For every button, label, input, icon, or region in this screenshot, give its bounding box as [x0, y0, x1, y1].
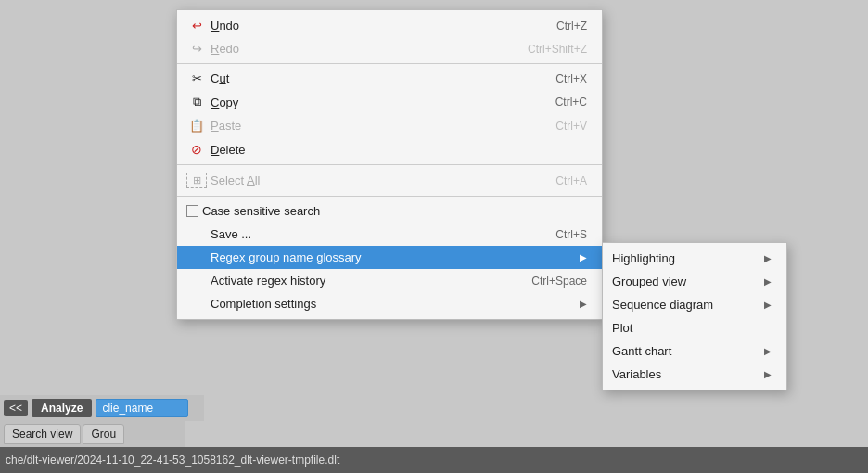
- menu-label-completion: Completion settings: [207, 297, 572, 311]
- tab-bar: Search view Grou: [0, 421, 185, 447]
- analyze-row: << Analyze: [0, 395, 204, 421]
- menu-shortcut-save: Ctrl+S: [555, 228, 587, 241]
- submenu-item-plot[interactable]: Plot: [603, 316, 786, 339]
- submenu-label-grouped-view: Grouped view: [612, 275, 764, 288]
- menu-shortcut-undo: Ctrl+Z: [556, 19, 587, 32]
- submenu-label-highlighting: Highlighting: [612, 251, 764, 265]
- menu-label-delete: Delete: [207, 143, 568, 157]
- submenu-item-gantt-chart[interactable]: Gantt chart ▶: [603, 339, 786, 363]
- submenu-item-sequence-diagram[interactable]: Sequence diagram ▶: [603, 293, 786, 316]
- menu-label-undo: Undo: [207, 19, 538, 32]
- submenu-label-sequence-diagram: Sequence diagram: [612, 298, 764, 312]
- menu-item-paste: 📋 Paste Ctrl+V: [177, 114, 602, 137]
- regex-group-arrow-icon: ▶: [580, 252, 587, 262]
- submenu-label-variables: Variables: [612, 367, 764, 381]
- menu-label-cut: Cut: [207, 71, 537, 85]
- menu-item-activate-history[interactable]: Activate regex history Ctrl+Space: [177, 269, 602, 292]
- menu-label-case-sensitive: Case sensitive search: [198, 204, 587, 218]
- menu-shortcut-activate-history: Ctrl+Space: [531, 275, 587, 288]
- menu-label-save: Save ...: [207, 227, 537, 241]
- submenu-arrow-gantt-chart: ▶: [764, 346, 772, 356]
- redo-icon: ↪: [186, 42, 207, 56]
- arrow-left-button[interactable]: <<: [4, 400, 28, 416]
- submenu-arrow-grouped-view: ▶: [764, 276, 772, 287]
- submenu-arrow-sequence-diagram: ▶: [764, 300, 772, 310]
- status-path: che/dlt-viewer/2024-11-10_22-41-53_10581…: [6, 454, 339, 467]
- submenu-item-variables[interactable]: Variables ▶: [603, 363, 786, 386]
- submenu-label-gantt-chart: Gantt chart: [612, 344, 764, 358]
- menu-item-completion[interactable]: Completion settings ▶: [177, 292, 602, 315]
- separator-2: [177, 164, 602, 165]
- undo-icon: ↩: [186, 19, 207, 32]
- status-bar: che/dlt-viewer/2024-11-10_22-41-53_10581…: [0, 447, 868, 473]
- menu-label-activate-history: Activate regex history: [207, 274, 513, 288]
- menu-shortcut-select-all: Ctrl+A: [555, 174, 587, 187]
- menu-item-redo: ↪ Redo Ctrl+Shift+Z: [177, 37, 602, 60]
- menu-label-copy: Copy: [207, 96, 537, 109]
- context-menu: ↩ Undo Ctrl+Z ↪ Redo Ctrl+Shift+Z ✂ Cut …: [176, 9, 603, 320]
- copy-icon: ⧉: [186, 95, 207, 109]
- menu-item-select-all: ⊞ Select All Ctrl+A: [177, 168, 602, 193]
- cut-icon: ✂: [186, 71, 207, 85]
- menu-label-regex-group: Regex group name glossary: [207, 250, 572, 264]
- tab-search[interactable]: Search view: [4, 424, 81, 444]
- checkbox-icon: [186, 205, 198, 217]
- menu-item-delete[interactable]: ⊘ Delete: [177, 137, 602, 161]
- submenu-arrow-variables: ▶: [764, 369, 772, 379]
- menu-item-cut[interactable]: ✂ Cut Ctrl+X: [177, 67, 602, 90]
- menu-shortcut-paste: Ctrl+V: [555, 120, 587, 133]
- submenu-arrow-highlighting: ▶: [764, 253, 772, 263]
- submenu-item-grouped-view[interactable]: Grouped view ▶: [603, 270, 786, 293]
- submenu-label-plot: Plot: [612, 321, 772, 335]
- menu-shortcut-copy: Ctrl+C: [555, 96, 587, 109]
- menu-item-case-sensitive[interactable]: Case sensitive search: [177, 199, 602, 223]
- menu-item-copy[interactable]: ⧉ Copy Ctrl+C: [177, 90, 602, 114]
- select-all-icon: ⊞: [186, 173, 207, 188]
- menu-shortcut-redo: Ctrl+Shift+Z: [528, 43, 587, 56]
- menu-item-undo[interactable]: ↩ Undo Ctrl+Z: [177, 14, 602, 37]
- regex-input[interactable]: [96, 399, 188, 417]
- menu-label-paste: Paste: [207, 119, 537, 133]
- submenu-regex-group: Highlighting ▶ Grouped view ▶ Sequence d…: [602, 242, 787, 390]
- menu-item-save[interactable]: Save ... Ctrl+S: [177, 223, 602, 246]
- tab-group[interactable]: Grou: [83, 424, 124, 444]
- menu-label-redo: Redo: [207, 42, 509, 56]
- menu-item-regex-group[interactable]: Regex group name glossary ▶ Highlighting…: [177, 246, 602, 269]
- completion-arrow-icon: ▶: [580, 299, 587, 309]
- delete-icon: ⊘: [186, 142, 207, 157]
- separator-3: [177, 196, 602, 197]
- separator-1: [177, 63, 602, 64]
- paste-icon: 📋: [186, 119, 207, 133]
- analyze-button[interactable]: Analyze: [32, 399, 92, 417]
- menu-shortcut-cut: Ctrl+X: [555, 72, 587, 85]
- menu-label-select-all: Select All: [207, 173, 537, 187]
- submenu-item-highlighting[interactable]: Highlighting ▶: [603, 247, 786, 270]
